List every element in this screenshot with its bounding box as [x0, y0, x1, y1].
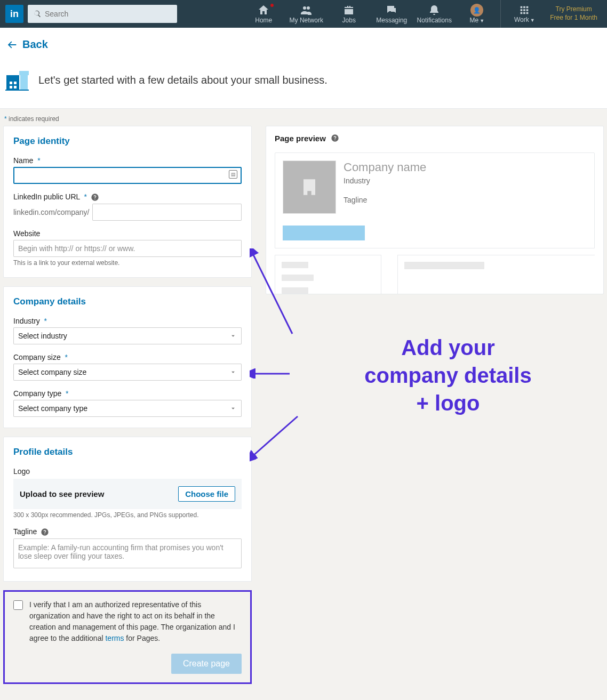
messaging-icon [385, 4, 398, 17]
premium-line1: Try Premium [550, 5, 597, 14]
svg-line-8 [252, 253, 292, 334]
name-input[interactable] [13, 167, 242, 184]
arrow-left-icon [6, 39, 18, 51]
svg-rect-4 [10, 86, 12, 88]
logo-hint: 300 x 300px recommended. JPGs, JPEGs, an… [13, 511, 242, 519]
profile-details-card: Profile details Logo Upload to see previ… [3, 437, 252, 582]
industry-label: Industry * [13, 317, 242, 325]
avatar: 👤 [470, 4, 483, 17]
nav-work-label: Work [514, 16, 529, 23]
required-note-text: indicates required [9, 115, 59, 123]
nav-notifications[interactable]: Notifications [413, 0, 456, 28]
required-asterisk: * [4, 115, 7, 123]
size-select-value: Select company size [18, 368, 86, 376]
tagline-label: Tagline [13, 527, 242, 536]
search-input[interactable] [45, 10, 172, 18]
page-preview-card: Page preview Company name Industry Tagli… [266, 126, 604, 294]
profile-heading: Profile details [13, 447, 242, 457]
svg-rect-2 [10, 82, 12, 84]
grid-icon [518, 4, 530, 16]
choose-file-button[interactable]: Choose file [178, 486, 235, 502]
annotation-arrow [250, 368, 292, 379]
tagline-input[interactable] [13, 538, 242, 568]
intro-row: Let's get started with a few details abo… [0, 61, 607, 109]
search-box[interactable] [28, 5, 177, 23]
industry-select[interactable]: Select industry [13, 327, 242, 344]
preview-company-name: Company name [344, 160, 426, 174]
back-label: Back [22, 38, 48, 51]
url-label: LinkedIn public URL * [13, 192, 242, 202]
website-hint: This is a link to your external website. [13, 259, 242, 267]
annotation-text: Add your company details + logo [298, 334, 598, 417]
nav-work[interactable]: Work▼ [503, 0, 546, 28]
inner-preview: Company name Industry Tagline [275, 152, 595, 248]
annotation-arrow [250, 414, 303, 462]
url-input[interactable] [92, 204, 242, 221]
nav-premium[interactable]: Try Premium Free for 1 Month [546, 5, 602, 22]
svg-line-10 [252, 416, 298, 456]
intro-text: Let's get started with a few details abo… [38, 74, 328, 86]
building-icon [298, 175, 321, 199]
nav-messaging[interactable]: Messaging [370, 0, 413, 28]
back-button[interactable]: Back [6, 38, 48, 51]
nav-jobs-label: Jobs [342, 17, 356, 24]
svg-rect-5 [14, 86, 17, 88]
svg-rect-7 [5, 90, 29, 91]
nav-messaging-label: Messaging [376, 17, 407, 24]
size-label: Company size * [13, 353, 242, 361]
svg-rect-0 [6, 75, 19, 90]
industry-select-value: Select industry [18, 332, 67, 340]
home-icon [257, 4, 270, 17]
upload-label: Upload to see preview [20, 489, 104, 498]
nav-network[interactable]: My Network [285, 0, 328, 28]
search-icon [33, 10, 42, 18]
terms-link[interactable]: terms [105, 634, 124, 642]
chevron-down-icon [229, 368, 237, 376]
type-select[interactable]: Select company type [13, 400, 242, 417]
premium-line2: Free for 1 Month [550, 14, 597, 22]
preview-heading: Page preview [275, 134, 595, 143]
logo-label: Logo [13, 467, 242, 476]
nav-home[interactable]: Home [242, 0, 285, 28]
page-identity-card: Page identity Name * ▤ LinkedIn public U… [3, 126, 252, 278]
help-icon[interactable] [41, 528, 49, 536]
verify-text: I verify that I am an authorized represe… [29, 599, 242, 644]
help-icon[interactable] [331, 134, 339, 142]
nav-notifications-label: Notifications [417, 17, 452, 24]
company-details-card: Company details Industry * Select indust… [3, 286, 252, 428]
linkedin-logo[interactable]: in [5, 5, 23, 23]
name-label: Name * [13, 156, 242, 165]
svg-rect-6 [20, 71, 28, 90]
nav-me[interactable]: 👤 Me▼ [456, 0, 498, 28]
size-select[interactable]: Select company size [13, 364, 242, 381]
help-icon[interactable] [91, 193, 99, 202]
type-select-value: Select company type [18, 404, 87, 413]
required-note: * indicates required [0, 109, 607, 126]
svg-rect-3 [14, 82, 17, 84]
chevron-down-icon [229, 405, 237, 412]
identity-heading: Page identity [13, 136, 242, 147]
verify-box: I verify that I am an authorized represe… [3, 590, 252, 684]
url-prefix: linkedin.com/company/ [13, 208, 89, 216]
nav-jobs[interactable]: Jobs [328, 0, 370, 28]
chevron-down-icon: ▼ [480, 18, 484, 23]
annotation-arrow [250, 248, 298, 339]
website-input[interactable] [13, 240, 242, 257]
input-action-icon[interactable]: ▤ [229, 170, 237, 179]
jobs-icon [342, 4, 355, 17]
building-icon [4, 67, 30, 94]
bell-icon [428, 4, 441, 17]
company-heading: Company details [13, 296, 242, 307]
chevron-down-icon: ▼ [530, 18, 535, 23]
follow-button-placeholder [283, 226, 365, 240]
create-page-button[interactable]: Create page [171, 654, 242, 674]
preview-tagline: Tagline [344, 196, 426, 204]
notification-badge [270, 3, 274, 7]
verify-checkbox[interactable] [13, 600, 23, 610]
top-navbar: in Home My Network Jobs Messaging Notifi… [0, 0, 607, 28]
type-label: Company type * [13, 389, 242, 398]
nav-network-label: My Network [290, 17, 323, 24]
back-bar: Back [0, 28, 607, 61]
nav-me-label: Me [469, 17, 478, 24]
logo-upload-row: Upload to see preview Choose file [13, 479, 242, 509]
